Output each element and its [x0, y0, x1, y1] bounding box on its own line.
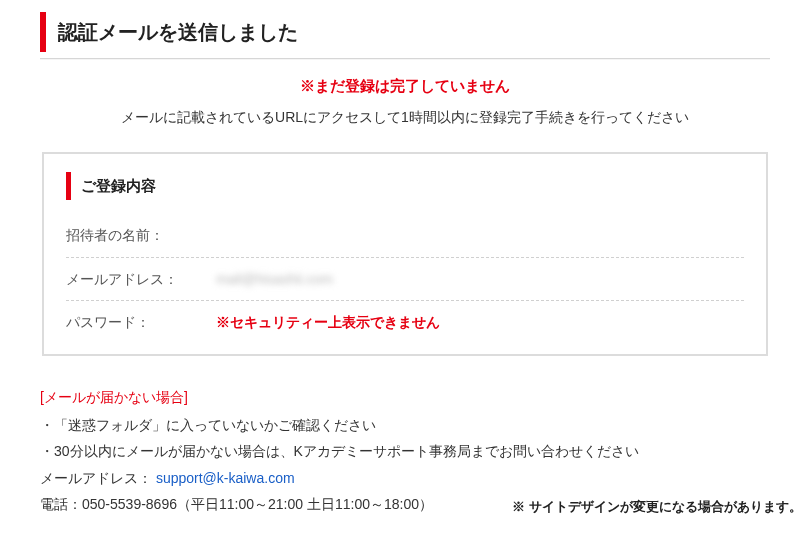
support-email-link[interactable]: support@k-kaiwa.com: [156, 470, 295, 486]
contact-email-line: メールアドレス： support@k-kaiwa.com: [40, 467, 770, 489]
field-row-email: メールアドレス： mail@hisashii.com: [66, 258, 744, 301]
email-value: mail@hisashii.com: [216, 268, 744, 290]
page-title: 認証メールを送信しました: [58, 16, 770, 48]
help-title: [メールが届かない場合]: [40, 386, 770, 408]
title-divider: [40, 58, 770, 60]
password-label: パスワード：: [66, 311, 216, 333]
field-row-password: パスワード： ※セキュリティー上表示できません: [66, 301, 744, 343]
contact-email-label: メールアドレス：: [40, 470, 152, 486]
instruction-text: メールに記載されているURLにアクセスして1時間以内に登録完了手続きを行ってくだ…: [40, 106, 770, 128]
design-change-footnote: ※ サイトデザインが変更になる場合があります。: [512, 497, 802, 518]
inviter-label: 招待者の名前：: [66, 224, 216, 246]
help-line-1: 「迷惑フォルダ」に入っていないかご確認ください: [40, 414, 770, 436]
warning-text: ※まだ登録は完了していません: [40, 74, 770, 98]
box-title: ご登録内容: [66, 172, 744, 200]
registration-details-box: ご登録内容 招待者の名前： メールアドレス： mail@hisashii.com…: [42, 152, 768, 355]
email-label: メールアドレス：: [66, 268, 216, 290]
help-line-2: 30分以内にメールが届かない場合は、Kアカデミーサポート事務局までお問い合わせく…: [40, 440, 770, 462]
password-value: ※セキュリティー上表示できません: [216, 311, 744, 333]
page-title-block: 認証メールを送信しました: [40, 12, 770, 52]
field-row-inviter: 招待者の名前：: [66, 214, 744, 257]
